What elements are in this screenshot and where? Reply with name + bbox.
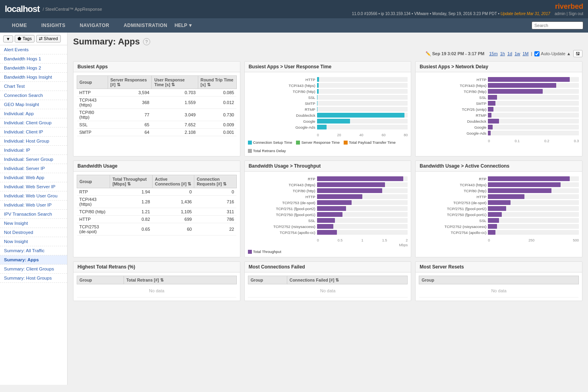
sidebar-item-individual-web-user-grou[interactable]: Individual: Web User Grou [0, 191, 67, 201]
bw-col-group: Group [77, 175, 110, 188]
filter-button[interactable]: ▼ [3, 35, 13, 42]
cell-user-resp: 1.559 [152, 97, 198, 109]
sidebar-item-bandwidth-hogs-2[interactable]: Bandwidth Hogs 2 [0, 64, 67, 73]
bar-track [488, 206, 579, 211]
panel-most-server-resets-body: Group No data [416, 272, 582, 301]
nav-item-insights[interactable]: INSIGHTS [34, 19, 73, 31]
sidebar-item-individual-ip[interactable]: Individual: IP [0, 146, 67, 155]
table-row[interactable]: HTTP 0.82 699 786 [77, 216, 237, 223]
update-link[interactable]: Update before Mar 31, 2017 [501, 12, 550, 16]
panels-row-2: Bandwidth Usage Group Total Throughput [… [73, 160, 582, 257]
bar-track [317, 107, 408, 112]
sidebar-item-individual-web-user-ip[interactable]: Individual: Web User IP [0, 201, 67, 210]
table-row[interactable]: SSL 65 7.652 0.009 [77, 121, 237, 129]
sidebar-item-individual-client-ip[interactable]: Individual: Client IP [0, 127, 67, 137]
bar-fill [317, 188, 383, 193]
time-link-15m[interactable]: 15m [489, 51, 497, 56]
time-link-1w[interactable]: 1w [514, 51, 520, 56]
bar-label: TCP/2751 (fjpool-port2) [248, 207, 315, 211]
time-link-1d[interactable]: 1d [507, 51, 512, 56]
bar-track [488, 224, 579, 229]
bar-track [488, 194, 579, 199]
table-row[interactable]: TCP/80 (http) 77 3.049 0.730 [77, 109, 237, 121]
sidebar-item-individual-server-ip[interactable]: Individual: Server IP [0, 164, 67, 173]
sidebar-item-individual-server-group[interactable]: Individual: Server Group [0, 155, 67, 164]
table-row[interactable]: TCP/2753 (de-spot) 0.65 60 22 [77, 223, 237, 236]
sidebar-item-summary-apps[interactable]: Summary: Apps [0, 255, 67, 265]
sidebar-item-now-insight[interactable]: Now Insight [0, 237, 67, 246]
sidebar-item-new-insight[interactable]: New Insight [0, 219, 67, 228]
admin-link[interactable]: admin | Sign out [555, 12, 583, 16]
table-row[interactable]: HTTP 3,594 0.703 0.085 [77, 89, 237, 97]
nav-item-navigator[interactable]: NAVIGATOR [73, 19, 117, 31]
bar-row: TCP/2753 (de-spot) [248, 200, 408, 205]
cell-user-resp: 2.108 [152, 129, 198, 136]
bar-label: RTMP [419, 113, 486, 118]
panel-busiest-apps-body: Group Server Responses [#] ⇅ User Respon… [74, 72, 240, 139]
bar-row: SSL [419, 95, 579, 100]
cell-active-conn: 60 [153, 223, 194, 236]
bar-fill [317, 77, 319, 82]
throughput-bar-chart: RTP TCP/443 (https) TCP/80 (http) HTTP T… [248, 175, 408, 238]
sidebar-item-bandwidth-hogs-1[interactable]: Bandwidth Hogs 1 [0, 54, 67, 64]
urt-legend: Connection Setup Time Server Response Ti… [248, 140, 408, 153]
bar-fill [317, 200, 352, 205]
cell-group: RTP [77, 188, 110, 196]
bar-track [317, 176, 408, 181]
bar-row: SMTP [419, 101, 579, 106]
sidebar-item-individual-host-group[interactable]: Individual: Host Group [0, 137, 67, 146]
sidebar-item-individual-web-server-ip[interactable]: Individual: Web Server IP [0, 182, 67, 191]
table-row[interactable]: RTP 1.94 0 0 [77, 188, 237, 196]
page-help-icon[interactable]: ? [143, 38, 150, 45]
sidebar-item-individual-app[interactable]: Individual: App [0, 109, 67, 118]
bar-label: TCP/2750 (fjpool-port1) [248, 212, 315, 217]
sidebar-item-bandwidth-hogs-insight[interactable]: Bandwidth Hogs Insight [0, 73, 67, 82]
sidebar-item-summary-all-traffic[interactable]: Summary: All Traffic [0, 246, 67, 255]
nav-item-administration[interactable]: ADMINISTRATION [116, 19, 174, 31]
bar-fill [317, 182, 385, 187]
shared-button[interactable]: ⇄ Shared [36, 35, 61, 42]
panel-bandwidth-active-header: Bandwidth Usage > Active Connections [416, 161, 582, 172]
bar-fill [488, 83, 556, 88]
sidebar-item-connection-search[interactable]: Connection Search [0, 91, 67, 100]
sidebar-item-alert-events[interactable]: Alert Events [0, 45, 67, 54]
sidebar-item-summary-client-groups[interactable]: Summary: Client Groups [0, 265, 67, 274]
nav-item-help[interactable]: HELP ▼ [174, 23, 193, 28]
nav-item-home[interactable]: HOME [5, 19, 34, 31]
auto-update-toggle[interactable]: Auto-Update ▲ [534, 51, 571, 56]
table-row[interactable]: SMTP 64 2.108 0.001 [77, 129, 237, 136]
sidebar-item-individual-web-app[interactable]: Individual: Web App [0, 173, 67, 182]
sidebar-item-ipv-transaction-search[interactable]: IPV Transaction Search [0, 210, 67, 219]
export-button[interactable]: 🖫 [573, 50, 582, 57]
sidebar-item-summary-host-groups[interactable]: Summary: Host Groups [0, 274, 67, 283]
sidebar-item-not-destroyed[interactable]: Not Destroyed [0, 228, 67, 237]
edit-icon[interactable]: ✏️ [426, 51, 431, 56]
table-row[interactable]: TCP/443 (https) 368 1.559 0.012 [77, 97, 237, 109]
bar-fill [317, 95, 317, 100]
bar-track [488, 218, 579, 223]
cell-rtt: 0.012 [198, 97, 236, 109]
sidebar-item-geo-map-insight[interactable]: GEO Map Insight [0, 100, 67, 109]
time-link-1M[interactable]: 1M [522, 51, 528, 56]
search-input[interactable] [532, 21, 583, 29]
auto-update-checkbox[interactable] [534, 51, 540, 56]
sidebar-item-chart-test[interactable]: Chart Test [0, 82, 67, 91]
bar-track [317, 194, 408, 199]
bar-row: Doubleclick [248, 113, 408, 118]
bar-row: RTMP [248, 107, 408, 112]
bar-track [317, 101, 408, 106]
table-row[interactable]: TCP/80 (http) 1.21 1,105 311 [77, 208, 237, 216]
tags-button[interactable]: ⬟ Tags [15, 35, 35, 42]
bar-track [317, 188, 408, 193]
bar-label: TCP/443 (https) [419, 83, 486, 88]
page-wrapper: ▼ ⬟ Tags ⇄ Shared Alert Events Bandwidth… [0, 33, 588, 385]
active-x-axis: 0250500 [488, 238, 579, 243]
time-link-1h[interactable]: 1h [500, 51, 505, 56]
panel-busiest-apps: Busiest Apps Group Server Responses [#] … [73, 61, 240, 156]
sidebar-item-individual-client-group[interactable]: Individual: Client Group [0, 118, 67, 127]
bar-fill [488, 125, 492, 129]
table-row[interactable]: TCP/443 (https) 1.28 1,436 716 [77, 196, 237, 208]
urt-x-axis: 020406080 [317, 132, 408, 138]
bar-label: TCP/80 (http) [419, 89, 486, 94]
bar-label: TCP/80 (http) [248, 189, 315, 193]
